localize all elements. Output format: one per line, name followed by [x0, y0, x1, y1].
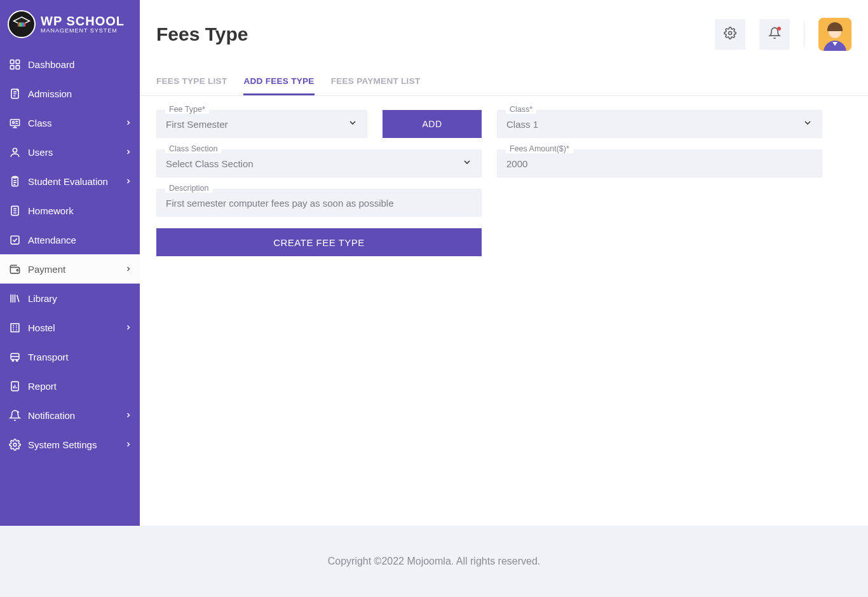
- library-icon: [8, 291, 22, 305]
- sidebar: WP SCHOOL MANAGEMENT SYSTEM DashboardAdm…: [0, 0, 140, 526]
- svg-rect-5: [10, 65, 14, 69]
- footer-text: Copyright ©2022 Mojoomla. All rights res…: [328, 556, 541, 567]
- sidebar-item-label: Admission: [28, 88, 132, 99]
- chevron-down-icon: [462, 157, 472, 170]
- dashboard-icon: [8, 57, 22, 71]
- users-icon: [8, 145, 22, 159]
- sidebar-item-report[interactable]: Report: [0, 371, 140, 401]
- sidebar-item-label: Student Evaluation: [28, 176, 125, 187]
- fees-amount-input[interactable]: [506, 158, 813, 169]
- svg-rect-16: [11, 324, 19, 332]
- notifications-button[interactable]: [759, 19, 790, 50]
- svg-point-23: [729, 32, 732, 35]
- svg-point-10: [13, 148, 17, 152]
- sidebar-item-label: Notification: [28, 410, 125, 421]
- page-header: Fees Type: [140, 0, 868, 58]
- brand-title: WP SCHOOL: [41, 15, 125, 27]
- fee-type-select[interactable]: First Semester: [156, 110, 367, 138]
- sidebar-item-transport[interactable]: Transport: [0, 342, 140, 371]
- notification-dot-icon: [777, 27, 781, 31]
- svg-rect-4: [16, 60, 20, 64]
- fees-amount-field: Fees Amount($)*: [497, 149, 822, 177]
- chevron-down-icon: [803, 118, 813, 130]
- admission-icon: [8, 86, 22, 100]
- page-title: Fees Type: [156, 24, 701, 45]
- sidebar-item-label: Library: [28, 293, 132, 304]
- svg-point-18: [12, 359, 13, 360]
- fee-type-label: Fee Type*: [165, 105, 209, 114]
- class-label: Class*: [506, 105, 536, 114]
- chevron-right-icon: [125, 147, 132, 158]
- sidebar-item-label: Transport: [28, 352, 132, 362]
- svg-rect-6: [16, 65, 20, 69]
- svg-point-19: [16, 359, 17, 360]
- svg-rect-14: [11, 236, 19, 244]
- tabs-bar: FEES TYPE LISTADD FEES TYPEFEES PAYMENT …: [140, 58, 868, 96]
- svg-rect-1: [19, 23, 22, 27]
- svg-rect-2: [22, 23, 24, 27]
- sidebar-item-student-evaluation[interactable]: Student Evaluation: [0, 167, 140, 196]
- main-content: Fees Type FEES TYPE LISTADD FEES TYPEFEE…: [140, 0, 868, 526]
- settings-icon: [8, 437, 22, 451]
- sidebar-item-label: Attendance: [28, 235, 132, 245]
- description-label: Description: [165, 184, 213, 193]
- gear-icon: [724, 27, 736, 42]
- chevron-right-icon: [125, 118, 132, 128]
- sidebar-item-library[interactable]: Library: [0, 284, 140, 313]
- sidebar-item-label: Homework: [28, 205, 132, 216]
- svg-point-9: [12, 121, 14, 123]
- chevron-right-icon: [125, 410, 132, 421]
- svg-point-22: [13, 443, 17, 446]
- description-input[interactable]: [166, 198, 472, 209]
- fee-type-form: Fee Type* First Semester ADD Class* Clas…: [140, 96, 868, 270]
- sidebar-item-payment[interactable]: Payment: [0, 254, 140, 284]
- tab-fees-type-list[interactable]: FEES TYPE LIST: [156, 70, 227, 95]
- brand-subtitle: MANAGEMENT SYSTEM: [41, 27, 125, 34]
- report-icon: [8, 379, 22, 393]
- attendance-icon: [8, 233, 22, 247]
- class-section-select[interactable]: Select Class Section: [156, 149, 482, 177]
- sidebar-item-label: Dashboard: [28, 59, 132, 70]
- svg-point-15: [17, 269, 18, 270]
- class-select[interactable]: Class 1: [497, 110, 822, 138]
- sidebar-item-label: Payment: [28, 264, 125, 275]
- footer: Copyright ©2022 Mojoomla. All rights res…: [0, 526, 868, 597]
- add-button[interactable]: ADD: [383, 110, 482, 138]
- sidebar-item-homework[interactable]: Homework: [0, 196, 140, 225]
- sidebar-item-label: Users: [28, 147, 125, 158]
- chevron-right-icon: [125, 322, 132, 333]
- tab-add-fees-type[interactable]: ADD FEES TYPE: [243, 70, 314, 95]
- avatar[interactable]: [818, 18, 851, 51]
- class-icon: [8, 116, 22, 130]
- sidebar-item-class[interactable]: Class: [0, 108, 140, 137]
- sidebar-item-label: Class: [28, 118, 125, 128]
- class-field: Class* Class 1: [497, 110, 822, 138]
- settings-button[interactable]: [715, 19, 745, 50]
- payment-icon: [8, 262, 22, 276]
- logo-icon: [8, 10, 36, 38]
- header-divider: [804, 22, 804, 47]
- tab-fees-payment-list[interactable]: FEES PAYMENT LIST: [331, 70, 421, 95]
- sidebar-item-notification[interactable]: Notification: [0, 401, 140, 430]
- class-section-field: Class Section Select Class Section: [156, 149, 482, 177]
- evaluation-icon: [8, 174, 22, 188]
- sidebar-item-admission[interactable]: Admission: [0, 79, 140, 108]
- chevron-down-icon: [348, 118, 358, 130]
- svg-point-21: [17, 411, 18, 413]
- chevron-right-icon: [125, 176, 132, 187]
- brand-logo[interactable]: WP SCHOOL MANAGEMENT SYSTEM: [0, 0, 140, 50]
- sidebar-item-label: Report: [28, 381, 132, 392]
- sidebar-item-hostel[interactable]: Hostel: [0, 313, 140, 342]
- homework-icon: [8, 203, 22, 217]
- chevron-right-icon: [125, 439, 132, 450]
- description-field: Description: [156, 189, 482, 217]
- sidebar-item-dashboard[interactable]: Dashboard: [0, 50, 140, 79]
- fee-type-field: Fee Type* First Semester: [156, 110, 367, 138]
- notification-icon: [8, 408, 22, 422]
- sidebar-item-users[interactable]: Users: [0, 137, 140, 167]
- fee-type-value: First Semester: [166, 119, 348, 130]
- sidebar-item-attendance[interactable]: Attendance: [0, 225, 140, 254]
- create-fee-type-button[interactable]: CREATE FEE TYPE: [156, 228, 482, 256]
- sidebar-item-system-settings[interactable]: System Settings: [0, 430, 140, 459]
- sidebar-item-label: Hostel: [28, 322, 125, 333]
